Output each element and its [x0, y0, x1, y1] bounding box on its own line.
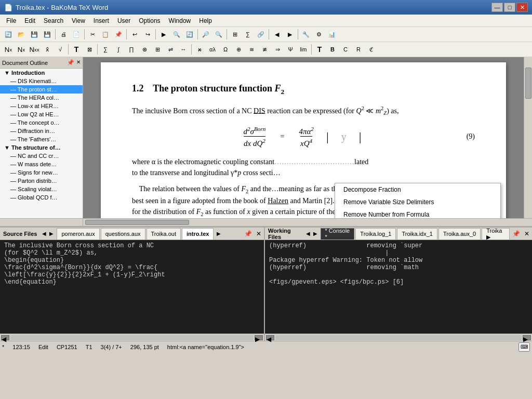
source-panel-controls[interactable]: 📌 ✕	[243, 230, 263, 237]
outline-item-7[interactable]: — Diffraction in…	[0, 127, 83, 135]
outline-item-11[interactable]: — W mass dete…	[0, 160, 83, 168]
source-nav[interactable]: ◀ ▶	[41, 231, 55, 236]
working-nav-left[interactable]: ◀	[305, 231, 311, 236]
tb-math-n1[interactable]: Nx	[2, 43, 15, 56]
source-nav-left[interactable]: ◀	[41, 231, 47, 236]
tb-new[interactable]: 🔄	[2, 28, 15, 41]
source-tab-intro[interactable]: intro.tex	[182, 228, 214, 240]
tb-math-T2[interactable]: T	[313, 43, 326, 56]
tb-open[interactable]: 📂	[15, 28, 28, 41]
tb-save[interactable]: 💾	[28, 28, 41, 41]
source-hscroll-left[interactable]: ◀	[1, 335, 9, 340]
working-nav-right[interactable]: ▶	[312, 231, 318, 236]
tb-math-matrix[interactable]: ⊞	[151, 43, 164, 56]
tb-paste[interactable]: 📌	[112, 28, 125, 41]
tb-math-lim[interactable]: lim	[297, 43, 310, 56]
tb-math-n2[interactable]: Nx	[15, 43, 28, 56]
tb-compile[interactable]: ▶	[157, 28, 170, 41]
outline-item-14[interactable]: — Scaling violat…	[0, 185, 83, 193]
menu-window[interactable]: Window	[165, 16, 195, 25]
tb-save2[interactable]: 💾	[41, 28, 54, 41]
close-button[interactable]: ✕	[516, 3, 528, 12]
menu-file[interactable]: File	[2, 16, 20, 25]
working-tab-log[interactable]: Troika.log_1	[355, 228, 396, 240]
source-more[interactable]: ▶	[216, 231, 222, 236]
tb-math-frac[interactable]: x̄	[41, 43, 54, 56]
status-keyboard-btn[interactable]: ⌨	[518, 342, 530, 352]
tb-extra2[interactable]: ⚙	[313, 28, 325, 41]
source-tab-questions[interactable]: questions.aux	[101, 228, 145, 240]
tb-math-x2[interactable]: ⊠	[83, 43, 96, 56]
outline-item-1[interactable]: — DIS Kinemati…	[0, 77, 83, 85]
outline-tree[interactable]: ▼ Introduction — DIS Kinemati… — The pro…	[0, 69, 83, 218]
tb-cut[interactable]: ✂	[86, 28, 99, 41]
source-tab-troika-out[interactable]: Troika.out	[147, 228, 181, 240]
tb-math[interactable]: ∑	[242, 28, 254, 41]
working-tab-idx[interactable]: Troika.idx_1	[397, 228, 437, 240]
menu-user[interactable]: User	[113, 16, 135, 25]
source-hscroll[interactable]: ◀ ▶	[0, 334, 264, 341]
tb-math-n3[interactable]: Nxx	[28, 43, 41, 56]
doc-hscroll[interactable]	[0, 218, 532, 227]
source-hscroll-track[interactable]	[10, 335, 254, 340]
tb-math-prod[interactable]: ∏	[125, 43, 138, 56]
outline-item-8[interactable]: — The 'Fathers'…	[0, 135, 83, 143]
outline-item-3[interactable]: — The HERA col…	[0, 94, 83, 102]
source-nav2[interactable]: ▶	[216, 231, 222, 236]
outline-item-2[interactable]: — The proton st…	[0, 85, 83, 94]
working-hscroll-left[interactable]: ◀	[266, 335, 274, 340]
outline-item-13[interactable]: — Parton distrib…	[0, 177, 83, 185]
working-panel-controls[interactable]: 📌 ✕	[511, 230, 531, 237]
ctx-remove-number[interactable]: Remove Number from Formula	[335, 208, 500, 218]
outline-item-9[interactable]: ▼ The structure of…	[0, 143, 83, 152]
tb-math-sum[interactable]: ∑	[99, 43, 112, 56]
tb-print2[interactable]: 📄	[70, 28, 83, 41]
hscroll-track[interactable]	[83, 219, 532, 226]
outline-close[interactable]: ✕	[76, 59, 81, 66]
outline-item-0[interactable]: ▼ Introduction	[0, 69, 83, 77]
tb-math-arr[interactable]: ⇌	[164, 43, 177, 56]
menu-edit[interactable]: Edit	[20, 16, 39, 25]
scroll-thumb[interactable]	[525, 68, 531, 99]
outline-item-6[interactable]: — The concept o…	[0, 118, 83, 127]
tb-math-T[interactable]: T	[70, 43, 83, 56]
tb-undo[interactable]: ↩	[128, 28, 141, 41]
working-float[interactable]: 📌	[511, 230, 522, 237]
tb-extra3[interactable]: 📊	[326, 28, 338, 41]
hscroll-thumb[interactable]	[85, 220, 189, 225]
outline-item-5[interactable]: — Low Q2 at HE…	[0, 110, 83, 118]
tb-math-eq2[interactable]: ≇	[258, 43, 271, 56]
ctx-decompose[interactable]: Decompose Fraction	[335, 183, 500, 196]
tb-math-x[interactable]: ⊗	[138, 43, 151, 56]
minimize-button[interactable]: —	[491, 3, 503, 12]
tb-math-bold[interactable]: B	[326, 43, 339, 56]
outline-item-4[interactable]: — Low-x at HER…	[0, 102, 83, 110]
menu-insert[interactable]: Insert	[89, 16, 113, 25]
working-hscroll-right[interactable]: ▶	[523, 335, 531, 340]
working-tab-more[interactable]: Troika ▶	[482, 228, 510, 240]
source-content[interactable]: The inclusive Born cross section of a NC…	[0, 240, 264, 334]
outline-item-10[interactable]: — NC and CC cr…	[0, 152, 83, 160]
outline-pin[interactable]: 📌	[67, 59, 74, 66]
tb-math-rarr[interactable]: ⇒	[271, 43, 284, 56]
tb-table[interactable]: ⊞	[229, 28, 241, 41]
tb-math-int[interactable]: ∫	[112, 43, 125, 56]
tb-math-cal[interactable]: C	[339, 43, 352, 56]
tb-math-sqrt[interactable]: √	[54, 43, 66, 56]
working-hscroll[interactable]: ◀ ▶	[265, 334, 532, 341]
working-hscroll-track[interactable]	[275, 335, 522, 340]
working-tab-console[interactable]: * Console *	[321, 228, 355, 240]
tb-copy[interactable]: 📋	[99, 28, 112, 41]
maximize-button[interactable]: □	[504, 3, 515, 12]
source-close[interactable]: ✕	[255, 230, 263, 237]
tb-math-psi[interactable]: Ψ	[284, 43, 297, 56]
working-close[interactable]: ✕	[523, 230, 531, 237]
outline-item-12[interactable]: — Signs for new…	[0, 168, 83, 177]
tb-zoom-in[interactable]: 🔎	[200, 28, 212, 41]
doc-scrollbar[interactable]	[524, 57, 532, 218]
menu-search[interactable]: Search	[39, 16, 68, 25]
tb-math-eq1[interactable]: ≅	[245, 43, 258, 56]
working-nav[interactable]: ◀ ▶	[305, 231, 318, 236]
working-content[interactable]: (hyperref) removing `super | Package hyp…	[265, 240, 532, 334]
tb-fwd[interactable]: ▶	[284, 28, 296, 41]
